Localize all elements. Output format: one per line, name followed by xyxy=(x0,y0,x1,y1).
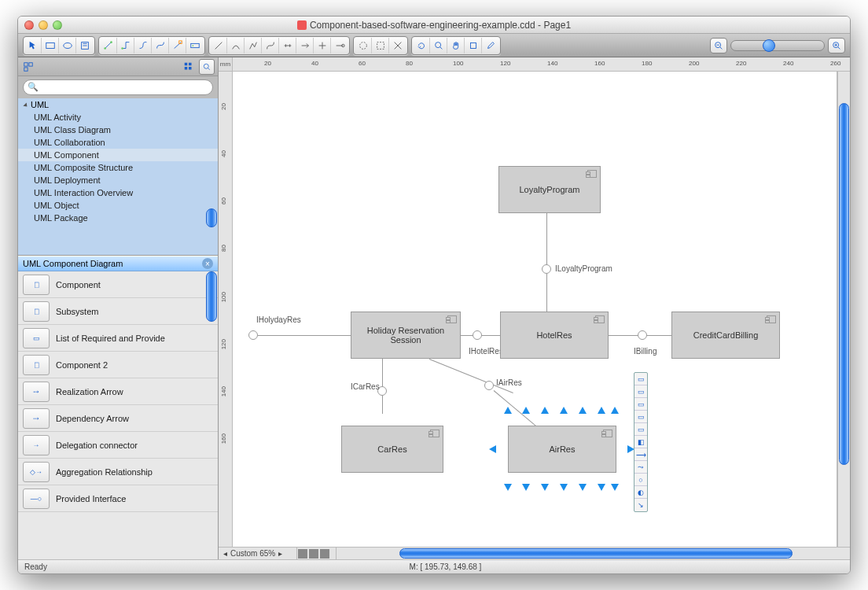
stencil-item[interactable]: ▭List of Required and Provide xyxy=(18,325,218,352)
smart-btn[interactable]: ▭ xyxy=(634,398,647,411)
tree-item[interactable]: UML Composite Structure xyxy=(18,161,218,174)
connector[interactable] xyxy=(429,359,513,393)
close-stencil-icon[interactable]: × xyxy=(202,258,213,269)
crop-tool[interactable] xyxy=(465,38,482,53)
line-tool-2[interactable] xyxy=(227,38,245,53)
stencil-item[interactable]: ⎕Component 2 xyxy=(18,352,218,378)
interface-lollipop[interactable] xyxy=(473,330,482,340)
interface-lollipop[interactable] xyxy=(542,264,551,274)
align-tool-2[interactable] xyxy=(372,38,389,53)
tree-item[interactable]: UML Collaboration xyxy=(18,136,218,149)
connector-tool-1[interactable] xyxy=(100,38,117,53)
component-icon xyxy=(595,315,605,323)
subsystem-shape-icon: ⎕ xyxy=(23,301,50,322)
hand-tool[interactable] xyxy=(447,38,465,53)
smart-btn[interactable]: ▭ xyxy=(634,373,647,385)
zoom-slider-knob[interactable] xyxy=(763,39,775,52)
refresh-tool[interactable] xyxy=(413,38,430,53)
component-holiday[interactable]: Holiday Reservation Session xyxy=(351,312,461,359)
connector-tool-2[interactable] xyxy=(117,38,134,53)
pointer-tool[interactable] xyxy=(24,38,42,53)
stencil-scrollbar[interactable] xyxy=(206,271,217,559)
component-icon xyxy=(447,315,457,323)
interface-lollipop[interactable] xyxy=(248,330,258,340)
stencil-item[interactable]: ⤍Realization Arrow xyxy=(18,378,218,405)
tree-item[interactable]: UML Class Diagram xyxy=(18,124,218,136)
vertical-ruler[interactable]: 20 40 60 80 100 120 140 160 xyxy=(219,72,233,547)
vertical-scroll-thumb[interactable] xyxy=(839,103,849,465)
horizontal-scrollbar[interactable] xyxy=(337,548,837,559)
rect-tool[interactable] xyxy=(42,38,59,53)
connector[interactable] xyxy=(546,274,547,313)
smart-btn[interactable]: ↘ xyxy=(634,499,647,511)
aggregation-icon: ◇→ xyxy=(23,462,50,482)
smart-btn[interactable]: ○ xyxy=(634,474,647,486)
zoom-tool[interactable] xyxy=(430,38,447,53)
component-loyalty[interactable]: LoyaltyProgram xyxy=(498,166,601,213)
zoom-slider[interactable] xyxy=(730,40,825,51)
connector-tool-6[interactable] xyxy=(186,38,204,53)
stencil-item[interactable]: ⤏Dependency Arrow xyxy=(18,405,218,432)
library-view-icon[interactable] xyxy=(21,60,35,74)
vertical-scrollbar[interactable] xyxy=(837,72,850,547)
zoom-in-button[interactable] xyxy=(828,38,845,53)
align-tool-1[interactable] xyxy=(355,38,372,53)
smart-btn[interactable]: ▭ xyxy=(634,385,647,398)
tree-item[interactable]: UML Activity xyxy=(18,111,218,124)
line-tool-4[interactable] xyxy=(262,38,279,53)
page-tabs[interactable] xyxy=(297,548,337,559)
connector[interactable] xyxy=(546,213,547,272)
line-tool-1[interactable] xyxy=(210,38,227,53)
stencil-scroll-thumb[interactable] xyxy=(206,271,217,322)
stencil-item[interactable]: ⎕Component xyxy=(18,271,218,298)
text-tool[interactable] xyxy=(76,38,94,53)
stencil-header[interactable]: UML Component Diagram × xyxy=(18,256,218,271)
tree-scroll-thumb[interactable] xyxy=(206,208,217,227)
sidebar-search-button[interactable] xyxy=(199,59,215,75)
line-tool-5[interactable] xyxy=(279,38,296,53)
component-car[interactable]: CarRes xyxy=(341,426,443,473)
tree-item-selected[interactable]: UML Component xyxy=(18,149,218,161)
smart-btn[interactable]: ⟶ xyxy=(634,448,647,461)
stencil-item[interactable]: ⎕Subsystem xyxy=(18,298,218,325)
interface-lollipop[interactable] xyxy=(484,381,494,390)
connector-tool-4[interactable] xyxy=(152,38,169,53)
interface-lollipop[interactable] xyxy=(638,330,647,340)
stencil-item[interactable]: —○Provided Interface xyxy=(18,485,218,512)
stencil-item[interactable]: ◇→Aggregation Relationship xyxy=(18,459,218,485)
align-tool-3[interactable] xyxy=(389,38,406,53)
smart-btn[interactable]: ▭ xyxy=(634,423,647,436)
line-tool-3[interactable] xyxy=(245,38,262,53)
zoom-out-button[interactable] xyxy=(710,38,727,53)
eyedropper-tool[interactable] xyxy=(482,38,499,53)
ellipse-tool[interactable] xyxy=(59,38,76,53)
line-tool-6[interactable] xyxy=(296,38,314,53)
connector[interactable] xyxy=(258,335,351,336)
component-hotel[interactable]: HotelRes xyxy=(500,312,609,359)
connector-tool-5[interactable] xyxy=(169,38,186,53)
drawing-canvas[interactable]: ILoyaltyProgram IHolydayRes IHotelRes IB… xyxy=(233,72,837,547)
tree-item[interactable]: UML Deployment xyxy=(18,174,218,186)
grid-view-icon[interactable] xyxy=(182,60,196,74)
library-tree[interactable]: UML UML Activity UML Class Diagram UML C… xyxy=(18,98,218,256)
stencil-item[interactable]: →Delegation connector xyxy=(18,432,218,459)
zoom-level-display[interactable]: ◂ Custom 65% ▸ xyxy=(219,548,297,559)
horizontal-ruler[interactable]: 20 40 60 80 100 120 140 160 180 200 220 … xyxy=(233,57,850,72)
line-tool-7[interactable] xyxy=(314,38,331,53)
library-search-input[interactable] xyxy=(23,79,213,95)
svg-rect-9 xyxy=(191,43,200,47)
smart-btn[interactable]: ▭ xyxy=(634,411,647,423)
line-tool-8[interactable] xyxy=(331,38,348,53)
tree-item[interactable]: UML Package xyxy=(18,212,218,224)
smart-btn[interactable]: ◐ xyxy=(634,486,647,499)
smart-btn[interactable]: ⤳ xyxy=(634,461,647,474)
tree-root[interactable]: UML xyxy=(18,98,218,111)
tree-item[interactable]: UML Object xyxy=(18,199,218,212)
tree-scrollbar[interactable] xyxy=(206,98,217,255)
status-coordinates: M: [ 195.73, 149.68 ] xyxy=(47,562,844,571)
component-credit[interactable]: CreditCardBilling xyxy=(671,312,780,359)
tree-item[interactable]: UML Interaction Overview xyxy=(18,186,218,199)
smart-btn[interactable]: ◧ xyxy=(634,436,647,448)
connector-tool-3[interactable] xyxy=(134,38,152,53)
horizontal-scroll-thumb[interactable] xyxy=(399,548,793,559)
